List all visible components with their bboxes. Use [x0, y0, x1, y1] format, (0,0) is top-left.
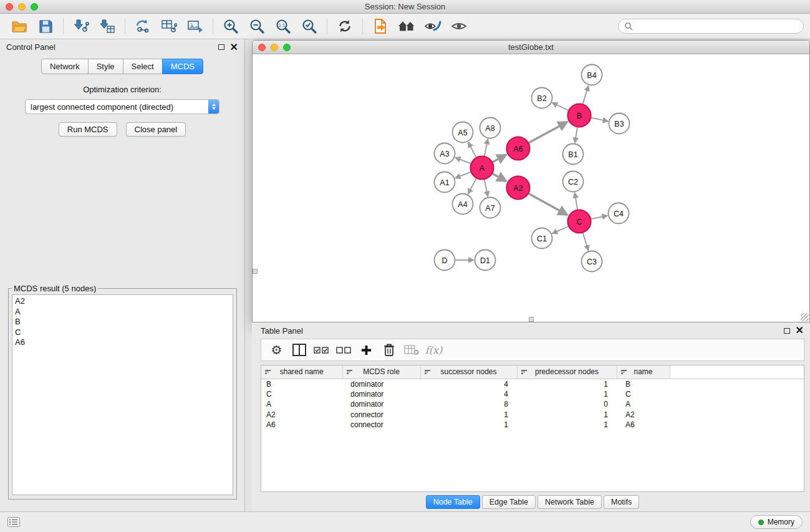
graph-edge-A-A6[interactable] [493, 155, 506, 162]
graph-node-C3[interactable]: C3 [582, 251, 602, 272]
graph-edge-A2-C[interactable] [529, 193, 567, 215]
add-column-button[interactable] [357, 341, 375, 359]
table-row[interactable]: Bdominator41B [261, 379, 804, 389]
graph-edge-C-C3[interactable] [583, 233, 589, 251]
show-columns-button[interactable] [290, 341, 308, 359]
graph-edge-B-B3[interactable] [591, 118, 608, 121]
graph-edge-B-B2[interactable] [552, 103, 569, 110]
zoom-fit-button[interactable]: 1:1 [270, 16, 296, 37]
graph-edge-A-A1[interactable] [455, 172, 471, 178]
graph-edge-A-A7[interactable] [485, 180, 488, 196]
open-file-button[interactable] [367, 16, 393, 37]
zoom-selected-button[interactable] [296, 16, 322, 37]
save-session-button[interactable] [32, 16, 59, 37]
column-header-shared-name[interactable]: shared name [261, 365, 342, 379]
graph-edge-A-A5[interactable] [468, 142, 476, 157]
zoom-out-button[interactable] [244, 16, 270, 37]
tab-select[interactable]: Select [123, 59, 163, 74]
mcds-result-item[interactable]: C [15, 327, 230, 338]
graph-node-A4[interactable]: A4 [453, 194, 473, 215]
graph-node-D[interactable]: D [435, 250, 455, 271]
graph-node-A5[interactable]: A5 [453, 122, 473, 143]
mcds-result-item[interactable]: B [15, 317, 230, 327]
column-header-predecessor-nodes[interactable]: predecessor nodes [517, 365, 617, 379]
graph-edge-C-C2[interactable] [575, 193, 577, 210]
graph-node-A[interactable]: A [471, 157, 494, 180]
graph-edge-A-A4[interactable] [468, 178, 476, 194]
graph-node-B2[interactable]: B2 [532, 88, 552, 109]
column-header-name[interactable]: name [617, 365, 670, 379]
new-network-button[interactable] [130, 16, 156, 37]
tab-node-table[interactable]: Node Table [426, 495, 480, 509]
graph-node-A8[interactable]: A8 [480, 118, 501, 138]
open-session-button[interactable] [6, 16, 32, 37]
table-settings-button[interactable]: ⚙ [268, 341, 286, 359]
network-graph[interactable]: AA1A2A3A4A5A6A7A8BB1B2B3B4CC1C2C3C4DD1 [253, 54, 809, 322]
import-network-button[interactable] [68, 16, 94, 37]
graph-node-B3[interactable]: B3 [609, 114, 630, 134]
graphics-details-button[interactable] [420, 16, 446, 37]
hide-details-button[interactable] [446, 16, 472, 37]
graph-edge-A-A2[interactable] [493, 173, 506, 181]
column-header-successor-nodes[interactable]: successor nodes [420, 365, 517, 379]
graph-edge-A-A8[interactable] [485, 139, 488, 156]
table-row[interactable]: Cdominator41C [261, 389, 804, 400]
graph-edge-B-B1[interactable] [575, 127, 577, 143]
new-table-button[interactable] [156, 16, 182, 37]
import-table-button[interactable] [94, 16, 120, 37]
close-window-button[interactable] [6, 3, 13, 11]
graph-node-B[interactable]: B [568, 104, 591, 127]
network-canvas[interactable]: AA1A2A3A4A5A6A7A8BB1B2B3B4CC1C2C3C4DD1 [253, 54, 809, 322]
optimization-dropdown[interactable]: largest connected component (directed) [25, 99, 219, 114]
graph-edge-A-A3[interactable] [455, 158, 471, 163]
float-panel-icon[interactable] [218, 44, 224, 50]
window-resize-grip[interactable] [801, 313, 809, 321]
graph-edge-A6-B[interactable] [529, 122, 567, 142]
mcds-result-item[interactable]: A2 [15, 296, 230, 307]
canvas-bottom-handle[interactable] [529, 317, 534, 322]
graph-node-A2[interactable]: A2 [507, 177, 530, 200]
network-zoom-button[interactable] [283, 44, 291, 51]
export-image-button[interactable] [182, 16, 208, 37]
graph-node-C2[interactable]: C2 [563, 172, 584, 192]
zoom-in-button[interactable] [218, 16, 244, 37]
select-all-button[interactable] [312, 341, 330, 359]
table-row[interactable]: Adominator80A [261, 399, 804, 410]
graph-node-D1[interactable]: D1 [475, 250, 496, 271]
home-button[interactable] [393, 16, 420, 37]
graph-node-A1[interactable]: A1 [435, 172, 455, 193]
graph-node-B4[interactable]: B4 [582, 65, 602, 85]
function-builder-button[interactable]: f(x) [425, 341, 443, 359]
tab-motifs[interactable]: Motifs [604, 495, 639, 509]
graph-edge-B-B4[interactable] [583, 86, 589, 104]
close-panel-button[interactable]: Close panel [126, 122, 186, 137]
graph-node-C1[interactable]: C1 [532, 228, 552, 249]
graph-node-A7[interactable]: A7 [480, 198, 501, 218]
table-float-panel-icon[interactable] [784, 328, 790, 334]
tab-edge-table[interactable]: Edge Table [482, 495, 536, 509]
delete-table-button[interactable] [402, 341, 420, 359]
graph-node-C[interactable]: C [568, 210, 591, 233]
mcds-result-item[interactable]: A6 [15, 337, 230, 348]
table-close-panel-icon[interactable]: ✕ [796, 326, 804, 336]
search-input[interactable] [636, 22, 798, 31]
tab-network[interactable]: Network [41, 59, 89, 74]
tab-network-table[interactable]: Network Table [538, 495, 602, 509]
graph-edge-C-C4[interactable] [591, 216, 607, 219]
tab-style[interactable]: Style [88, 59, 123, 74]
graph-node-A3[interactable]: A3 [435, 143, 455, 164]
graph-node-A6[interactable]: A6 [507, 137, 530, 160]
close-panel-icon[interactable]: ✕ [230, 42, 238, 52]
panel-menu-button[interactable] [7, 517, 20, 527]
column-header-mcds-role[interactable]: MCDS role [342, 365, 420, 379]
canvas-left-handle[interactable] [253, 269, 258, 274]
minimize-window-button[interactable] [18, 3, 26, 11]
graph-node-B1[interactable]: B1 [563, 144, 584, 165]
network-minimize-button[interactable] [271, 44, 278, 51]
delete-column-button[interactable] [380, 341, 398, 359]
graph-edge-C-C1[interactable] [552, 226, 568, 233]
refresh-view-button[interactable] [332, 16, 358, 37]
table-row[interactable]: A2connector11A2 [261, 410, 804, 420]
graph-node-C4[interactable]: C4 [609, 203, 629, 224]
memory-button[interactable]: Memory [750, 515, 803, 529]
